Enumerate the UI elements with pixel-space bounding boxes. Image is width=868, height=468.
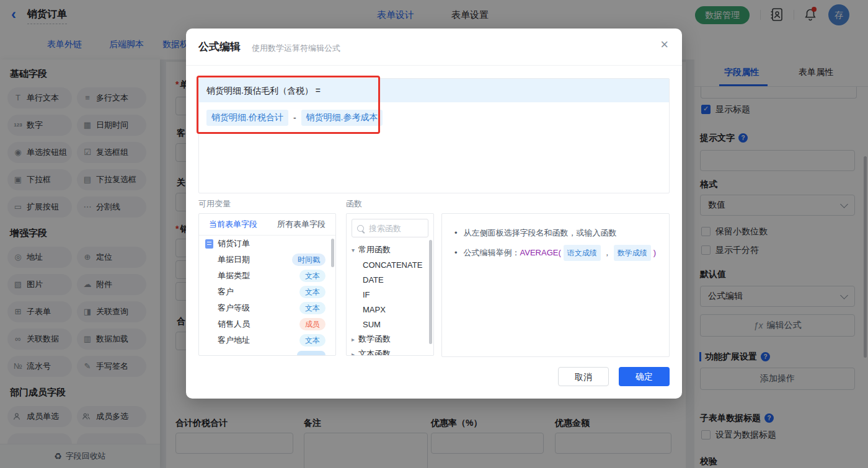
function-name: AVERAGE( [520, 246, 561, 260]
search-icon [357, 225, 364, 232]
func-item-date[interactable]: DATE [347, 272, 433, 287]
tree-field-row[interactable]: 单据类型文本 [199, 268, 335, 284]
type-badge: 文本 [299, 286, 326, 298]
chevron-right-icon: ▸ [352, 336, 355, 343]
func-group-common[interactable]: ▾常用函数 [347, 242, 433, 257]
help-panel: 从左侧面板选择字段名和函数，或输入函数 公式编辑举例：AVERAGE(语文成绩，… [441, 213, 670, 357]
type-badge: 成员 [299, 318, 326, 330]
type-badge: 文本 [299, 334, 326, 347]
functions-panel: ▾常用函数 CONCATENATE DATE IF MAPX SUM ▸数学函数… [346, 213, 434, 356]
confirm-button[interactable]: 确定 [619, 367, 670, 386]
functions-label: 函数 [346, 198, 362, 210]
tree-field-row[interactable]: 客户地址文本 [199, 332, 335, 348]
tree-field-row[interactable]: 客户文本 [199, 284, 335, 300]
tab-current-form-fields[interactable]: 当前表单字段 [209, 219, 257, 230]
func-item-sum[interactable]: SUM [347, 317, 433, 332]
func-item-concatenate[interactable]: CONCATENATE [347, 257, 433, 272]
tree-field-row[interactable]: 单据日期时间戳 [199, 252, 335, 268]
close-paren: ) [653, 246, 656, 260]
chevron-down-icon: ▾ [352, 247, 355, 254]
form-doc-icon [205, 239, 213, 249]
tree-root-label: 销货订单 [218, 238, 250, 249]
func-item-if[interactable]: IF [347, 287, 433, 302]
type-badge: 文本 [299, 270, 326, 282]
modal-title: 公式编辑 [198, 40, 241, 54]
tree-field-row[interactable]: 销售人员成员 [199, 316, 335, 332]
example-chip: 语文成绩 [564, 245, 601, 261]
func-group-text[interactable]: ▸文本函数 [347, 347, 433, 356]
modal-subtitle: 使用数学运算符编辑公式 [252, 43, 340, 54]
help-tip-2: 公式编辑举例：AVERAGE(语文成绩，数学成绩) [454, 245, 657, 261]
divider [186, 65, 682, 66]
close-icon[interactable]: × [660, 37, 668, 52]
scrollbar-thumb[interactable] [331, 239, 334, 267]
help-tip-1: 从左侧面板选择字段名和函数，或输入函数 [454, 226, 657, 240]
available-variables-label: 可用变量 [198, 198, 231, 210]
scrollbar-thumb[interactable] [429, 240, 432, 344]
tab-all-form-fields[interactable]: 所有表单字段 [277, 219, 326, 230]
annotation-highlight-box [197, 76, 380, 134]
search-input[interactable] [368, 223, 426, 234]
type-badge: 时间戳 [292, 254, 326, 266]
cancel-button[interactable]: 取消 [558, 367, 609, 386]
variables-tabs: 当前表单字段 所有表单字段 [199, 214, 335, 236]
example-chip: 数学成绩 [614, 245, 651, 261]
tree-root[interactable]: 销货订单 [199, 236, 335, 252]
variables-panel: 当前表单字段 所有表单字段 销货订单 单据日期时间戳 单据类型文本 客户文本 客… [198, 213, 336, 356]
clipped-badge-fragment [297, 351, 326, 355]
function-search[interactable] [352, 219, 428, 237]
func-group-math[interactable]: ▸数学函数 [347, 332, 433, 347]
func-item-mapx[interactable]: MAPX [347, 302, 433, 317]
type-badge: 文本 [299, 302, 326, 314]
tree-field-row[interactable]: 客户等级文本 [199, 300, 335, 316]
chevron-right-icon: ▸ [352, 351, 355, 356]
